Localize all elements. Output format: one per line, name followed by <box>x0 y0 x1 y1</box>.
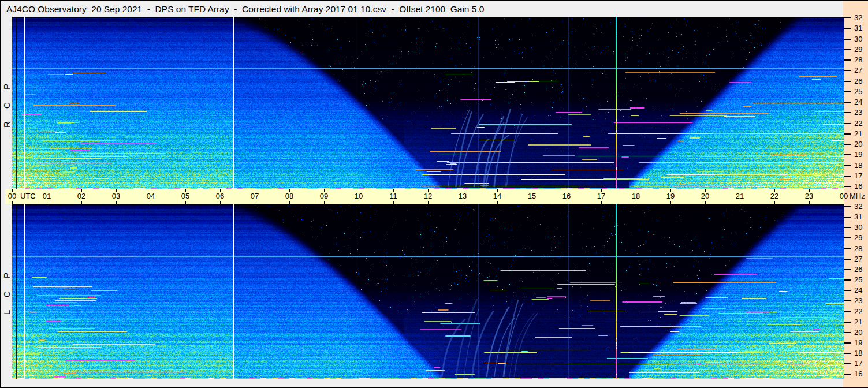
freq-label: 22 <box>854 307 868 316</box>
freq-tick <box>844 279 851 281</box>
freq-label: 20 <box>854 328 868 337</box>
freq-label: 31 <box>854 212 868 221</box>
hour-tick <box>844 201 844 204</box>
freq-tick <box>844 374 851 375</box>
freq-label: 30 <box>854 223 868 232</box>
freq-tick <box>844 311 851 312</box>
freq-tick <box>844 248 851 249</box>
hour-tick <box>567 201 567 204</box>
hour-label: 14 <box>489 192 506 200</box>
hour-label: 10 <box>350 192 367 200</box>
utc-label: UTC <box>20 192 36 200</box>
freq-label: 18 <box>854 161 868 170</box>
freq-tick <box>844 363 851 364</box>
freq-label: 28 <box>854 244 868 253</box>
freq-tick <box>844 81 851 82</box>
hour-tick <box>220 201 221 204</box>
freq-tick <box>844 269 851 270</box>
hour-tick <box>740 201 740 204</box>
freq-label: 32 <box>854 13 868 22</box>
freq-label: 18 <box>854 349 868 357</box>
freq-tick <box>844 186 851 187</box>
hour-tick <box>705 201 706 204</box>
freq-label: 29 <box>854 233 868 242</box>
hour-tick <box>47 201 47 204</box>
freq-label: 17 <box>854 171 868 180</box>
freq-label: 23 <box>854 108 868 117</box>
hour-tick <box>532 201 532 204</box>
freq-label: 20 <box>854 140 868 148</box>
hour-label: 01 <box>38 192 55 200</box>
freq-tick <box>844 290 851 291</box>
hour-label: 13 <box>454 192 471 200</box>
freq-tick <box>844 165 851 166</box>
hour-label: 04 <box>142 192 159 200</box>
hour-tick <box>12 201 13 204</box>
hour-label: 07 <box>246 192 263 200</box>
freq-label: 32 <box>854 202 868 211</box>
hour-label: 21 <box>731 192 748 200</box>
hour-tick <box>185 201 186 204</box>
hour-tick <box>463 201 463 204</box>
freq-label: 21 <box>854 318 868 326</box>
freq-label: 24 <box>854 286 868 294</box>
freq-tick <box>844 227 851 228</box>
hour-tick <box>601 201 602 204</box>
freq-label: 25 <box>854 87 868 96</box>
freq-label: 16 <box>854 182 868 191</box>
freq-tick <box>844 154 851 155</box>
freq-label: 17 <box>854 359 868 368</box>
freq-tick <box>844 102 851 103</box>
freq-tick <box>844 300 851 301</box>
hour-label: 03 <box>107 192 125 200</box>
hour-tick <box>151 201 151 204</box>
freq-tick <box>844 59 851 61</box>
freq-label: 23 <box>854 296 868 305</box>
freq-label: 24 <box>854 98 868 106</box>
freq-tick <box>844 91 851 92</box>
hour-tick <box>636 201 636 204</box>
freq-tick <box>844 28 851 29</box>
freq-label: 22 <box>854 119 868 128</box>
hour-tick <box>809 201 810 204</box>
freq-label: 26 <box>854 77 868 85</box>
rcp-spectrogram <box>12 17 844 189</box>
spectrograph-window: AJ4CO Observatory 20 Sep 2021 - DPS on T… <box>0 0 868 388</box>
freq-label: 19 <box>854 338 868 347</box>
hour-tick <box>359 201 359 204</box>
freq-label: 25 <box>854 275 868 284</box>
hour-label: 09 <box>315 192 333 200</box>
hour-label: 16 <box>558 192 575 200</box>
window-title: AJ4CO Observatory 20 Sep 2021 - DPS on T… <box>6 2 484 16</box>
freq-tick <box>844 133 851 135</box>
hour-label: 19 <box>662 192 679 200</box>
freq-label: 27 <box>854 255 868 263</box>
freq-label: 31 <box>854 24 868 32</box>
hour-label: 08 <box>281 192 298 200</box>
hour-tick <box>670 201 671 204</box>
hour-tick <box>116 201 117 204</box>
hour-tick <box>81 201 82 204</box>
freq-label: 27 <box>854 66 868 74</box>
hour-tick <box>774 201 775 204</box>
hour-label: 20 <box>696 192 714 200</box>
hour-label: 12 <box>419 192 437 200</box>
hour-label: 22 <box>766 192 783 200</box>
freq-tick <box>844 17 851 18</box>
freq-tick <box>844 123 851 124</box>
freq-label: 21 <box>854 129 868 138</box>
freq-tick <box>844 70 851 71</box>
hour-label: 23 <box>800 192 818 200</box>
freq-label: 16 <box>854 370 868 378</box>
freq-tick <box>844 206 851 207</box>
hour-tick <box>497 201 498 204</box>
freq-label: 19 <box>854 150 868 159</box>
lcp-spectrogram <box>12 204 844 379</box>
hour-label: 00 <box>3 192 21 200</box>
freq-tick <box>844 39 851 40</box>
freq-tick <box>844 49 851 50</box>
freq-tick <box>844 342 851 344</box>
freq-tick <box>844 332 851 333</box>
hour-label: 11 <box>385 192 402 200</box>
freq-tick <box>844 176 851 177</box>
